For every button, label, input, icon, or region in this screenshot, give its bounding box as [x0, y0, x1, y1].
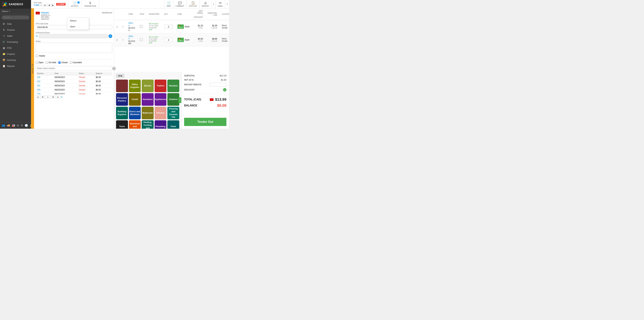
pos-sale-number[interactable]: # 265 — [34, 4, 39, 6]
category-cell-kitchen[interactable]: Kitchen — [155, 107, 166, 119]
truck-icon[interactable]: 🚚 — [7, 124, 10, 127]
sidebar-item-data[interactable]: ⊞ Data › — [0, 21, 31, 27]
category-cell-electrical-and-lighting[interactable]: Electrical and Lighting — [129, 120, 141, 129]
open-checkbox[interactable] — [36, 61, 38, 64]
all-categories-button[interactable]: All ▶ — [116, 74, 124, 78]
category-cell-building-supplies[interactable]: Building Supplies — [116, 107, 128, 119]
collapse-button[interactable]: ‹ — [112, 67, 116, 70]
sidebar-item-reports[interactable]: 📋 Reports — [0, 63, 31, 69]
category-cell-paint[interactable]: Paint — [167, 120, 179, 129]
cancelled-label: Cancelled — [73, 61, 82, 64]
order-row[interactable]: 261 08/25/2023 Closed $0.00 — [36, 84, 112, 88]
next-page-button[interactable]: ▶ — [51, 4, 54, 7]
sidebar-user[interactable]: Demo ▾ — [0, 9, 31, 14]
sidebar-item-projects[interactable]: 📁 Projects › — [0, 51, 31, 57]
sidebar-item-sales[interactable]: ↗ Sales › — [0, 33, 31, 39]
clock-icon[interactable]: 🕐 — [25, 124, 28, 127]
transaction-action[interactable]: $ TRANSACTION — [82, 0, 99, 8]
discount-add-button[interactable]: + — [223, 88, 226, 91]
category-row: Recycled PlasticsInstallHardwareApplianc… — [116, 93, 179, 106]
unit-price-cell: $1.15 - 0.0% — [192, 20, 205, 33]
status-badge: CLOSED — [56, 3, 66, 5]
event-number-input[interactable] — [36, 66, 112, 71]
inquiry-checkbox[interactable] — [36, 55, 38, 57]
context-menu-return[interactable]: Return — [67, 18, 89, 24]
pick-checkbox[interactable] — [140, 25, 142, 28]
category-cell-plumbing[interactable]: Plumbing — [155, 120, 166, 129]
category-cell-appliances[interactable]: Appliances — [155, 93, 166, 106]
category-cell-trailers[interactable]: Trailers — [155, 80, 166, 92]
cancelled-checkbox[interactable] — [70, 61, 72, 64]
factory-icon[interactable]: 🏭 — [12, 124, 15, 127]
category-cell-hardware[interactable]: Hardware — [142, 93, 154, 106]
sidebar-item-purchasing[interactable]: 🛒 Purchasing › — [0, 39, 31, 45]
refresh-button[interactable]: ↻ — [61, 96, 63, 98]
first-page-button[interactable]: ⏮ — [43, 4, 47, 7]
prev-btn[interactable]: ◀ — [40, 95, 44, 98]
comment-action[interactable]: 💬 COMMENT — [173, 0, 187, 8]
qty-input[interactable] — [164, 25, 173, 29]
activity-action[interactable]: 📄 2 ACTIVITY — [68, 0, 82, 8]
first-page-btn[interactable]: ⏮ — [36, 95, 40, 98]
category-cell-flooring-and-ceramic-tile[interactable]: Flooring and Ceramic Tile — [167, 107, 179, 119]
instant-rebate-input[interactable] — [210, 83, 226, 86]
search-input[interactable] — [2, 15, 29, 19]
email-action[interactable]: ✉ EMAIL — [215, 0, 225, 8]
on-hold-checkbox[interactable] — [46, 61, 48, 64]
category-cell-random[interactable]: Random — [167, 80, 179, 92]
category-cell-outdoor[interactable]: Outdoor — [167, 93, 179, 106]
category-cell-tools[interactable]: Tools — [116, 120, 128, 129]
new-action[interactable]: 📄 NEW — [164, 0, 173, 8]
taken-btn[interactable]: 🧑Taken — [178, 38, 184, 42]
last-page-btn[interactable]: ⏭ — [56, 95, 60, 98]
settings-icon[interactable]: ⚙ — [21, 124, 23, 127]
drag-handle[interactable]: ≡ — [120, 20, 126, 33]
pick-checkbox[interactable] — [140, 38, 142, 41]
receipt-action[interactable]: 🖨 RECEIPT — [200, 0, 212, 8]
tender-out-button[interactable]: Tender Out — [184, 118, 226, 126]
prev-page-button[interactable]: ◀ — [48, 4, 51, 7]
drag-handle[interactable]: ≡ — [120, 33, 126, 46]
context-menu-open[interactable]: Open — [67, 24, 89, 29]
expand-button[interactable]: ▾ — [212, 0, 215, 8]
item-code-link[interactable]: 0001 ✏ — [128, 22, 133, 27]
order-row[interactable]: 259 08/25/2023 Closed $0.00 — [36, 88, 112, 92]
notes-textarea[interactable] — [36, 43, 112, 53]
email-expand-button[interactable]: ▾ — [225, 0, 229, 8]
pos-sale-date-input[interactable] — [36, 25, 68, 29]
sold: 4 sold — [149, 27, 154, 29]
sidebar-item-pos[interactable]: ▦ POS — [0, 45, 31, 51]
discount-row: DISCOUNT + — [184, 88, 226, 91]
authorized-buyer-select[interactable] — [39, 34, 108, 38]
category-cell-heating-cooling-and-ventil[interactable]: Heating, Cooling and Ventil... — [142, 120, 154, 129]
order-number: 262 — [36, 79, 53, 84]
finance-icon: $ — [2, 28, 5, 31]
grid-next-button[interactable]: › — [178, 97, 181, 103]
order-row[interactable]: 265 08/28/2023 Closed $0.00 — [36, 75, 112, 79]
item-code-link[interactable]: 0002 ✏ — [128, 35, 133, 40]
category-cell-[interactable] — [116, 80, 128, 92]
people-icon[interactable]: 👥 — [2, 124, 5, 127]
tax: + $1.48 — [208, 40, 217, 42]
customer-name[interactable]: Atwater — [41, 11, 100, 14]
category-cell-recycled-plastics[interactable]: Recycled Plastics — [116, 93, 128, 106]
next-btn[interactable]: ▶ — [52, 95, 55, 98]
category-cell-bathroom[interactable]: Bathroom — [142, 107, 154, 119]
total-grand-label: TOTAL (CAD) — [184, 98, 201, 101]
category-cell-office-supplies[interactable]: Office Supplies — [129, 80, 141, 92]
category-cell-install[interactable]: Install — [129, 93, 141, 106]
sidebar-item-inventory[interactable]: 📦 Inventory › — [0, 57, 31, 63]
add-authorized-buyer-button[interactable]: + — [108, 34, 112, 38]
order-row[interactable]: 262 08/28/2023 Closed $0.00 — [36, 79, 112, 84]
order-row[interactable]: 256 08/22/2023 Closed $0.00 — [36, 92, 112, 94]
eye-icon[interactable]: 👁 — [36, 35, 38, 37]
category-cell-blocks[interactable]: Blocks — [142, 80, 154, 92]
category-cell-doors-and-windows[interactable]: Doors and Windows — [129, 107, 141, 119]
closed-checkbox[interactable] — [58, 61, 60, 64]
sidebar-item-finance[interactable]: $ Finance › — [0, 27, 31, 33]
pick-list-action[interactable]: 📋 PICK LIST — [186, 0, 199, 8]
taken-btn[interactable]: 🧑Taken — [178, 24, 184, 29]
page-number-input[interactable] — [45, 95, 51, 98]
qty-input[interactable] — [164, 38, 173, 42]
grid-icon[interactable]: ⊞ — [17, 124, 19, 127]
